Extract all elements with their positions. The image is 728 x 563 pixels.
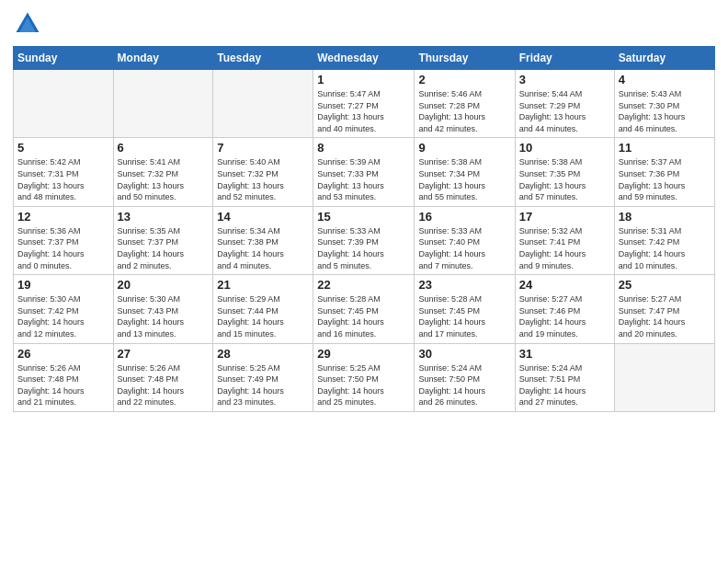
day-info: Sunrise: 5:33 AMSunset: 7:39 PMDaylight:… [317, 225, 410, 271]
day-info: Sunrise: 5:31 AMSunset: 7:42 PMDaylight:… [619, 225, 711, 271]
calendar-day-26: 26Sunrise: 5:26 AMSunset: 7:48 PMDayligh… [14, 343, 114, 411]
calendar-day-28: 28Sunrise: 5:25 AMSunset: 7:49 PMDayligh… [213, 343, 313, 411]
day-info: Sunrise: 5:38 AMSunset: 7:35 PMDaylight:… [519, 156, 610, 202]
day-number: 4 [619, 73, 711, 86]
calendar: SundayMondayTuesdayWednesdayThursdayFrid… [13, 46, 715, 412]
day-number: 8 [317, 141, 410, 155]
day-info: Sunrise: 5:28 AMSunset: 7:45 PMDaylight:… [317, 293, 410, 339]
day-info: Sunrise: 5:40 AMSunset: 7:32 PMDaylight:… [217, 156, 309, 202]
calendar-day-4: 4Sunrise: 5:43 AMSunset: 7:30 PMDaylight… [614, 70, 714, 138]
day-info: Sunrise: 5:32 AMSunset: 7:41 PMDaylight:… [519, 225, 610, 271]
day-number: 31 [519, 347, 610, 361]
day-number: 21 [217, 278, 309, 292]
day-header-thursday: Thursday [415, 47, 515, 70]
day-info: Sunrise: 5:34 AMSunset: 7:38 PMDaylight:… [217, 225, 309, 271]
calendar-empty [614, 343, 714, 411]
calendar-day-13: 13Sunrise: 5:35 AMSunset: 7:37 PMDayligh… [113, 206, 213, 274]
day-number: 14 [217, 210, 309, 224]
day-number: 19 [17, 278, 109, 292]
day-header-saturday: Saturday [614, 47, 714, 70]
calendar-day-22: 22Sunrise: 5:28 AMSunset: 7:45 PMDayligh… [313, 275, 415, 343]
calendar-day-1: 1Sunrise: 5:47 AMSunset: 7:27 PMDaylight… [313, 70, 415, 138]
calendar-week-row: 19Sunrise: 5:30 AMSunset: 7:42 PMDayligh… [14, 275, 715, 343]
calendar-day-11: 11Sunrise: 5:37 AMSunset: 7:36 PMDayligh… [614, 138, 714, 206]
day-number: 1 [317, 73, 410, 86]
calendar-day-15: 15Sunrise: 5:33 AMSunset: 7:39 PMDayligh… [313, 206, 415, 274]
calendar-day-3: 3Sunrise: 5:44 AMSunset: 7:29 PMDaylight… [515, 70, 614, 138]
day-number: 10 [519, 141, 610, 155]
day-number: 5 [17, 141, 109, 155]
day-number: 9 [418, 141, 510, 155]
page: SundayMondayTuesdayWednesdayThursdayFrid… [0, 0, 728, 563]
day-number: 22 [317, 278, 410, 292]
day-number: 27 [118, 347, 210, 361]
calendar-week-row: 1Sunrise: 5:47 AMSunset: 7:27 PMDaylight… [14, 70, 715, 138]
calendar-day-25: 25Sunrise: 5:27 AMSunset: 7:47 PMDayligh… [614, 275, 714, 343]
day-info: Sunrise: 5:30 AMSunset: 7:43 PMDaylight:… [118, 293, 210, 339]
day-info: Sunrise: 5:38 AMSunset: 7:34 PMDaylight:… [418, 156, 510, 202]
calendar-day-8: 8Sunrise: 5:39 AMSunset: 7:33 PMDaylight… [313, 138, 415, 206]
calendar-day-9: 9Sunrise: 5:38 AMSunset: 7:34 PMDaylight… [415, 138, 515, 206]
day-info: Sunrise: 5:39 AMSunset: 7:33 PMDaylight:… [317, 156, 410, 202]
calendar-day-18: 18Sunrise: 5:31 AMSunset: 7:42 PMDayligh… [614, 206, 714, 274]
calendar-day-21: 21Sunrise: 5:29 AMSunset: 7:44 PMDayligh… [213, 275, 313, 343]
header [13, 9, 715, 39]
day-info: Sunrise: 5:28 AMSunset: 7:45 PMDaylight:… [418, 293, 510, 339]
day-header-wednesday: Wednesday [313, 47, 415, 70]
day-header-sunday: Sunday [14, 47, 114, 70]
day-info: Sunrise: 5:35 AMSunset: 7:37 PMDaylight:… [118, 225, 210, 271]
calendar-week-row: 5Sunrise: 5:42 AMSunset: 7:31 PMDaylight… [14, 138, 715, 206]
day-info: Sunrise: 5:27 AMSunset: 7:46 PMDaylight:… [519, 293, 610, 339]
day-number: 18 [619, 210, 711, 224]
calendar-day-29: 29Sunrise: 5:25 AMSunset: 7:50 PMDayligh… [313, 343, 415, 411]
calendar-week-row: 12Sunrise: 5:36 AMSunset: 7:37 PMDayligh… [14, 206, 715, 274]
day-info: Sunrise: 5:33 AMSunset: 7:40 PMDaylight:… [418, 225, 510, 271]
day-number: 11 [619, 141, 711, 155]
day-number: 6 [118, 141, 210, 155]
calendar-day-17: 17Sunrise: 5:32 AMSunset: 7:41 PMDayligh… [515, 206, 614, 274]
day-number: 16 [418, 210, 510, 224]
day-info: Sunrise: 5:27 AMSunset: 7:47 PMDaylight:… [619, 293, 711, 339]
calendar-day-14: 14Sunrise: 5:34 AMSunset: 7:38 PMDayligh… [213, 206, 313, 274]
day-info: Sunrise: 5:30 AMSunset: 7:42 PMDaylight:… [17, 293, 109, 339]
day-number: 29 [317, 347, 410, 361]
calendar-empty [113, 70, 213, 138]
day-number: 24 [519, 278, 610, 292]
day-info: Sunrise: 5:25 AMSunset: 7:50 PMDaylight:… [317, 362, 410, 408]
day-number: 7 [217, 141, 309, 155]
calendar-empty [14, 70, 114, 138]
calendar-day-23: 23Sunrise: 5:28 AMSunset: 7:45 PMDayligh… [415, 275, 515, 343]
day-info: Sunrise: 5:43 AMSunset: 7:30 PMDaylight:… [619, 88, 711, 134]
calendar-day-2: 2Sunrise: 5:46 AMSunset: 7:28 PMDaylight… [415, 70, 515, 138]
calendar-day-16: 16Sunrise: 5:33 AMSunset: 7:40 PMDayligh… [415, 206, 515, 274]
day-number: 3 [519, 73, 610, 86]
day-number: 23 [418, 278, 510, 292]
calendar-day-7: 7Sunrise: 5:40 AMSunset: 7:32 PMDaylight… [213, 138, 313, 206]
day-header-monday: Monday [113, 47, 213, 70]
day-number: 26 [17, 347, 109, 361]
calendar-day-31: 31Sunrise: 5:24 AMSunset: 7:51 PMDayligh… [515, 343, 614, 411]
calendar-day-19: 19Sunrise: 5:30 AMSunset: 7:42 PMDayligh… [14, 275, 114, 343]
day-info: Sunrise: 5:24 AMSunset: 7:51 PMDaylight:… [519, 362, 610, 408]
day-header-friday: Friday [515, 47, 614, 70]
day-info: Sunrise: 5:25 AMSunset: 7:49 PMDaylight:… [217, 362, 309, 408]
day-header-tuesday: Tuesday [213, 47, 313, 70]
day-info: Sunrise: 5:29 AMSunset: 7:44 PMDaylight:… [217, 293, 309, 339]
day-number: 17 [519, 210, 610, 224]
calendar-empty [213, 70, 313, 138]
calendar-day-24: 24Sunrise: 5:27 AMSunset: 7:46 PMDayligh… [515, 275, 614, 343]
logo [13, 9, 46, 39]
day-info: Sunrise: 5:36 AMSunset: 7:37 PMDaylight:… [17, 225, 109, 271]
day-number: 15 [317, 210, 410, 224]
day-info: Sunrise: 5:24 AMSunset: 7:50 PMDaylight:… [418, 362, 510, 408]
calendar-day-5: 5Sunrise: 5:42 AMSunset: 7:31 PMDaylight… [14, 138, 114, 206]
day-number: 28 [217, 347, 309, 361]
day-info: Sunrise: 5:46 AMSunset: 7:28 PMDaylight:… [418, 88, 510, 134]
day-info: Sunrise: 5:26 AMSunset: 7:48 PMDaylight:… [118, 362, 210, 408]
calendar-day-27: 27Sunrise: 5:26 AMSunset: 7:48 PMDayligh… [113, 343, 213, 411]
day-info: Sunrise: 5:41 AMSunset: 7:32 PMDaylight:… [118, 156, 210, 202]
day-number: 13 [118, 210, 210, 224]
day-info: Sunrise: 5:42 AMSunset: 7:31 PMDaylight:… [17, 156, 109, 202]
day-info: Sunrise: 5:47 AMSunset: 7:27 PMDaylight:… [317, 88, 410, 134]
day-info: Sunrise: 5:26 AMSunset: 7:48 PMDaylight:… [17, 362, 109, 408]
